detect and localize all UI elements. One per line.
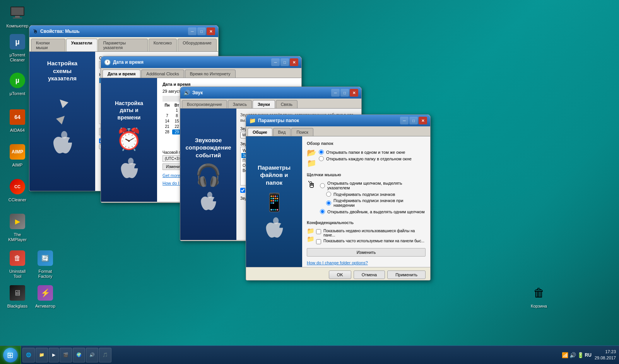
tray-lang[interactable]: RU (585, 352, 592, 358)
mouse-minimize-btn[interactable]: ─ (188, 27, 197, 35)
taskbar-music[interactable]: 🎵 (99, 348, 111, 362)
desktop-icon-ccleaner[interactable]: CC CCleaner (4, 176, 31, 204)
blackglass-icon: 🖥 (8, 284, 27, 302)
sound-tab-communications[interactable]: Связь (276, 100, 298, 108)
folder-maximize-btn[interactable]: □ (409, 117, 418, 124)
svg-point-4 (61, 131, 67, 139)
datetime-minimize-btn[interactable]: ─ (271, 58, 280, 66)
browse-folders-group: Обзор папок 📂 📁 Открывать папки в одном … (307, 141, 426, 168)
folder-close-btn[interactable]: ✕ (419, 117, 427, 124)
aida64-label: AIDA64 (10, 128, 25, 133)
new-window-radio[interactable] (319, 156, 324, 161)
folder-minimize-btn[interactable]: ─ (400, 117, 409, 124)
sound-apple-logo (200, 191, 217, 212)
svg-point-11 (207, 192, 212, 198)
single-click-option: Открывать одним щелчком, выделять указат… (320, 181, 426, 190)
svg-point-12 (273, 218, 279, 225)
sound-tab-sounds[interactable]: Звуки (253, 100, 275, 108)
sound-titlebar[interactable]: 🔊 Звук ─ □ ✕ (180, 87, 361, 99)
folder-tab-view[interactable]: Вид (273, 128, 291, 136)
korzina-icon: 🗑 (530, 284, 548, 302)
mouse-tab-buttons[interactable]: Кнопки мыши (31, 39, 65, 51)
desktop-icon-utorrent[interactable]: µ µTorrent (4, 70, 31, 98)
cal-d[interactable]: 14 (162, 119, 172, 124)
taskbar-ie[interactable]: 🌐 (22, 348, 35, 362)
mouse-maximize-btn[interactable]: □ (197, 27, 206, 35)
start-button[interactable]: ⊞ (0, 346, 21, 364)
desktop-icon-utorrent-cleaner[interactable]: µ µTorrentCleaner (4, 31, 31, 64)
mouse-tab-wheel[interactable]: Колесико (149, 39, 177, 51)
datetime-titlebar[interactable]: 🕐 Дата и время ─ □ ✕ (101, 56, 301, 68)
cal-h-1: Пн (162, 103, 172, 107)
mouse-tab-pointer-options[interactable]: Параметры указателя (98, 39, 148, 51)
mouse-close-btn[interactable]: ✕ (207, 27, 215, 35)
desktop-icon-aimp[interactable]: AIMP AIMP (4, 141, 31, 169)
privacy-frequent-checkbox[interactable] (316, 239, 321, 244)
taskbar-audio[interactable]: 🔊 (86, 348, 98, 362)
taskbar-explorer[interactable]: 📁 (36, 348, 48, 362)
underline-hover-radio[interactable] (326, 201, 331, 206)
single-click-radio[interactable] (320, 183, 325, 188)
datetime-tab-internet[interactable]: Время по Интернету (185, 70, 236, 78)
folder-help-link[interactable]: How do I change folder options? (307, 260, 426, 265)
desktop-icon-komputer[interactable]: Компьютер (4, 2, 31, 30)
privacy-folder-icons: 📁 📁 (307, 227, 315, 243)
cal-d[interactable]: 28 (162, 129, 172, 134)
desktop-icon-aktivator[interactable]: ⚡ Активатор (32, 282, 59, 310)
taskbar-wmp[interactable]: ▶ (49, 348, 59, 362)
folder-tab-general[interactable]: Общие (248, 128, 272, 136)
aimp-icon: AIMP (8, 143, 27, 161)
utorrent-icon: µ (8, 71, 27, 90)
taskbar-clock[interactable]: 17:23 29.08.2017 (595, 349, 616, 361)
desktop-icon-format-factory[interactable]: 🔄 FormatFactory (32, 247, 59, 281)
network-icon: 🌍 (76, 352, 82, 357)
mouse-tab-hardware[interactable]: Оборудование (178, 39, 217, 51)
desktop-icon-blackglass[interactable]: 🖥 Blackglass (4, 282, 31, 310)
datetime-maximize-btn[interactable]: □ (280, 58, 289, 66)
sound-maximize-btn[interactable]: □ (340, 89, 349, 97)
cal-d[interactable]: 7 (162, 113, 172, 118)
desktop-icon-kmplayer[interactable]: ▶ TheKMPlayer (4, 211, 31, 244)
same-window-radio[interactable] (319, 150, 324, 155)
mouse-tab-pointers[interactable]: Указатели (66, 39, 97, 51)
mouse-window-titlebar[interactable]: 🖱 Свойства: Мышь ─ □ ✕ (29, 26, 218, 37)
tray-battery-icon: 🔋 (577, 352, 583, 358)
sound-close-btn[interactable]: ✕ (350, 89, 358, 97)
new-window-option: Открывать каждую папку в отдельном окне (319, 156, 412, 161)
taskbar-media2[interactable]: 🎬 (60, 348, 72, 362)
cursor-arrow-2: ▲ (52, 107, 73, 129)
datetime-tab-clocks[interactable]: Additional Clocks (141, 70, 184, 78)
sound-tab-recording[interactable]: Запись (228, 100, 252, 108)
privacy-folder-icon-1: 📁 (307, 227, 315, 235)
sound-tab-playback[interactable]: Воспроизведение (182, 100, 227, 108)
sound-tabs-bar: Воспроизведение Запись Звуки Связь (180, 99, 361, 109)
play-windows-sound-checkbox[interactable] (240, 188, 245, 193)
privacy-recent-checkbox[interactable] (316, 229, 321, 234)
privacy-change-btn[interactable]: Изменить (307, 248, 426, 257)
desktop-icon-aida64[interactable]: 64 AIDA64 (4, 106, 31, 134)
mouse-panel-title: Настройка схемы указателя (47, 60, 77, 82)
sound-minimize-btn[interactable]: ─ (331, 89, 340, 97)
underline-always-radio[interactable] (326, 192, 331, 197)
double-click-radio[interactable] (320, 209, 325, 214)
folder-tab-search[interactable]: Поиск (291, 128, 313, 136)
folder-cancel-btn[interactable]: Отмена (354, 270, 385, 279)
desktop-icon-uninstall-tool[interactable]: 🗑 UninstallTool (4, 247, 31, 281)
datetime-window-title: Дата и время (113, 60, 269, 65)
windows-orb[interactable]: ⊞ (3, 348, 18, 362)
datetime-tab-dt[interactable]: Дата и время (103, 70, 140, 78)
datetime-left-panel: Настройка даты и времени ⏰ (101, 78, 157, 202)
cal-d[interactable]: 21 (162, 124, 172, 129)
utorrent-cleaner-icon: µ (8, 32, 27, 51)
datetime-tabs-bar: Дата и время Additional Clocks Время по … (101, 68, 301, 78)
folder-titlebar[interactable]: 📁 Параметры папок ─ □ ✕ (246, 115, 430, 126)
privacy-title: Конфиденциальность (307, 220, 426, 225)
taskbar-network[interactable]: 🌍 (73, 348, 85, 362)
datetime-close-btn[interactable]: ✕ (290, 58, 298, 66)
underline-hover-option: Подчёркивать подписи значков при наведен… (320, 198, 426, 208)
double-click-label: Открывать двойным, а выделять одним щелч… (327, 209, 425, 214)
folder-ok-btn[interactable]: OK (329, 270, 351, 279)
folder-apply-btn[interactable]: Применить (387, 270, 426, 279)
desktop-icon-korzina[interactable]: 🗑 Корзина (525, 282, 552, 310)
cal-d[interactable] (162, 108, 172, 113)
